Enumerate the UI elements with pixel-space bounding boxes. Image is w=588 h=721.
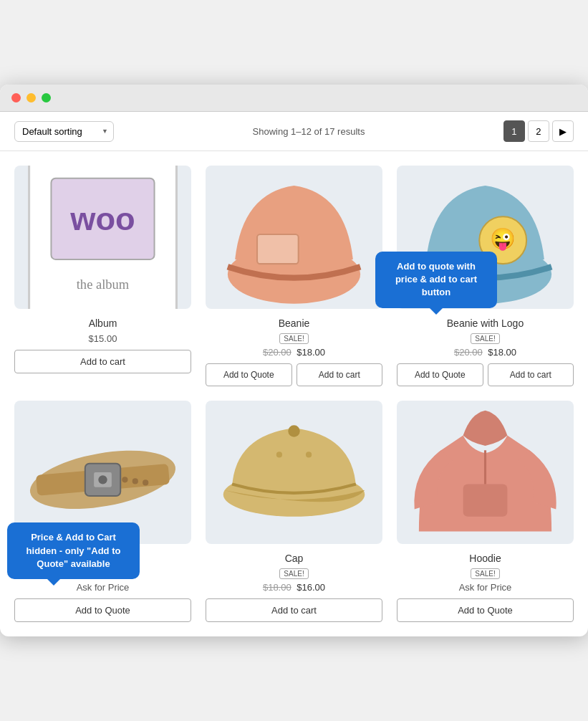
svg-point-15 [132, 478, 138, 484]
product-name-beanie: Beanie [279, 317, 310, 329]
svg-point-13 [98, 475, 107, 484]
product-card-cap: Cap SALE! $18.00 $16.00 Add to cart [206, 401, 382, 622]
product-name-belt: Belt [94, 553, 111, 564]
maximize-icon[interactable] [42, 93, 51, 102]
product-price-beanie-logo: $20.00 $18.00 [454, 347, 516, 358]
sale-badge-beanie: SALE! [279, 333, 308, 344]
svg-point-20 [288, 425, 299, 436]
btn-row-beanie: Add to Quote Add to cart [206, 363, 382, 386]
price-new-beanie-logo: $18.00 [488, 347, 516, 358]
svg-point-18 [276, 452, 282, 457]
sale-badge-hoodie: SALE! [471, 568, 499, 579]
result-count: Showing 1–12 of 17 results [253, 126, 365, 137]
sort-select[interactable]: Default sortingPopularityAverage ratingN… [14, 121, 114, 142]
add-to-cart-beanie-logo[interactable]: Add to cart [488, 363, 574, 386]
page-2-button[interactable]: 2 [528, 120, 549, 142]
price-old-beanie: $20.00 [263, 347, 291, 358]
svg-point-14 [122, 477, 127, 482]
pagination: 1 2 ▶ [503, 120, 574, 142]
price-old-cap: $18.00 [263, 582, 291, 593]
product-card-beanie: Add to quote with price & add to cart bu… [206, 166, 382, 386]
add-to-quote-beanie-logo[interactable]: Add to Quote [397, 363, 483, 386]
product-name-album: Album [89, 317, 117, 329]
btn-row-beanie-logo: Add to Quote Add to cart [397, 363, 574, 386]
product-price-cap: $18.00 $16.00 [263, 582, 325, 593]
price-old-beanie-logo: $20.00 [454, 347, 483, 358]
product-name-cap: Cap [285, 553, 304, 564]
product-name-beanie-logo: Beanie with Logo [447, 317, 524, 329]
page-1-button[interactable]: 1 [503, 120, 525, 142]
product-card-beanie-logo: 😜 Beanie with Logo SALE! $20.00 $18.00 A… [397, 166, 574, 386]
svg-text:the     album: the album [77, 277, 130, 292]
toolbar: Default sortingPopularityAverage ratingN… [0, 112, 588, 151]
add-to-quote-hoodie[interactable]: Add to Quote [397, 598, 574, 622]
add-to-cart-cap[interactable]: Add to cart [206, 598, 382, 622]
product-grid: woo the album Album $15.00 Add to cart A… [0, 151, 588, 636]
titlebar [0, 85, 588, 112]
add-to-cart-album[interactable]: Add to cart [14, 350, 191, 373]
add-to-cart-beanie[interactable]: Add to cart [297, 363, 383, 386]
product-image-album: woo the album [14, 166, 191, 309]
product-name-hoodie: Hoodie [469, 553, 501, 564]
minimize-icon[interactable] [26, 93, 36, 102]
product-card-hoodie: Hoodie SALE! Ask for Price Add to Quote [397, 401, 574, 622]
price-new-cap: $16.00 [297, 582, 325, 593]
sale-badge-beanie-logo: SALE! [471, 333, 499, 344]
product-price-album: $15.00 [89, 333, 117, 344]
sale-badge-belt: SALE! [88, 568, 117, 579]
product-image-beanie-logo: 😜 [397, 166, 574, 309]
product-image-belt [14, 401, 191, 544]
product-card-belt: Price & Add to Cart hidden - only "Add t… [14, 401, 191, 622]
product-image-beanie [206, 166, 382, 309]
product-ask-belt: Ask for Price [77, 582, 130, 593]
add-to-quote-belt[interactable]: Add to Quote [14, 598, 191, 622]
app-window: Default sortingPopularityAverage ratingN… [0, 85, 588, 636]
svg-text:woo: woo [69, 201, 135, 237]
next-page-button[interactable]: ▶ [552, 120, 574, 142]
sort-wrapper: Default sortingPopularityAverage ratingN… [14, 121, 114, 142]
svg-rect-21 [463, 484, 508, 516]
product-card-album: woo the album Album $15.00 Add to cart [14, 166, 191, 386]
price-new-beanie: $18.00 [297, 347, 325, 358]
product-ask-hoodie: Ask for Price [459, 582, 512, 593]
svg-point-19 [306, 452, 312, 457]
close-icon[interactable] [11, 93, 21, 102]
sale-badge-cap: SALE! [279, 568, 308, 579]
product-price-beanie: $20.00 $18.00 [263, 347, 325, 358]
svg-point-16 [143, 479, 148, 485]
add-to-quote-beanie[interactable]: Add to Quote [206, 363, 292, 386]
svg-text:😜: 😜 [490, 226, 516, 252]
product-image-hoodie [397, 401, 574, 544]
svg-rect-5 [257, 234, 299, 264]
product-image-cap [206, 401, 382, 544]
